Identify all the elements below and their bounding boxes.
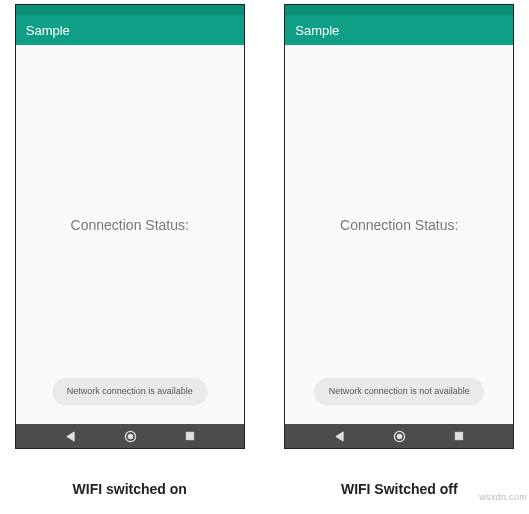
svg-marker-4 <box>336 431 343 440</box>
toast-message: Network connection is not available <box>315 378 484 404</box>
app-title: Sample <box>26 23 70 38</box>
back-icon[interactable] <box>334 431 345 442</box>
svg-rect-3 <box>186 432 194 440</box>
phone-wrapper-on: Sample Connection Status: Network connec… <box>15 4 245 497</box>
comparison-container: Sample Connection Status: Network connec… <box>0 0 529 497</box>
app-title: Sample <box>295 23 339 38</box>
phone-frame: Sample Connection Status: Network connec… <box>284 4 514 449</box>
screen-content: Connection Status: Network connection is… <box>16 45 244 424</box>
phone-frame: Sample Connection Status: Network connec… <box>15 4 245 449</box>
android-status-bar <box>16 5 244 15</box>
caption-label: WIFI switched on <box>73 481 187 497</box>
recents-icon[interactable] <box>185 431 195 441</box>
caption-label: WIFI Switched off <box>341 481 458 497</box>
recents-icon[interactable] <box>454 431 464 441</box>
app-bar: Sample <box>16 15 244 45</box>
connection-status-label: Connection Status: <box>71 217 189 233</box>
screen-content: Connection Status: Network connection is… <box>285 45 513 424</box>
app-bar: Sample <box>285 15 513 45</box>
android-nav-bar <box>285 424 513 448</box>
android-nav-bar <box>16 424 244 448</box>
svg-point-6 <box>397 433 403 439</box>
phone-wrapper-off: Sample Connection Status: Network connec… <box>284 4 514 497</box>
connection-status-label: Connection Status: <box>340 217 458 233</box>
home-icon[interactable] <box>393 430 406 443</box>
back-icon[interactable] <box>65 431 76 442</box>
svg-point-2 <box>127 433 133 439</box>
android-status-bar <box>285 5 513 15</box>
watermark-text: wsxdn.com <box>479 492 527 502</box>
svg-rect-7 <box>456 432 464 440</box>
svg-marker-0 <box>67 431 74 440</box>
home-icon[interactable] <box>124 430 137 443</box>
toast-message: Network connection is available <box>53 378 207 404</box>
